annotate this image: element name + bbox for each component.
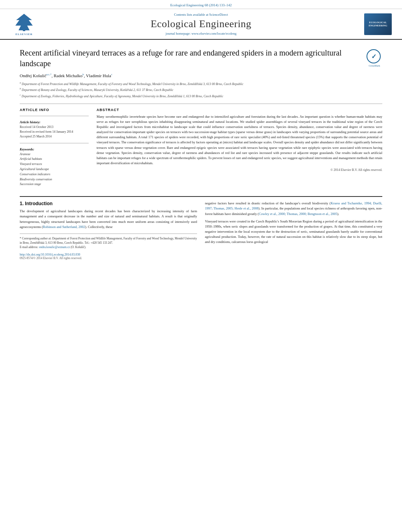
intro-right-link2[interactable]: Cowley et al., 2000; Thomas, 2000; Bengt…	[259, 212, 337, 216]
elsevier-logo: ELSEVIER	[6, 12, 42, 36]
crossmark-icon[interactable]: ✓	[367, 49, 381, 63]
email-label: E-mail address:	[20, 245, 38, 249]
author-3: Vladimír Hula	[86, 73, 111, 78]
sciencedirect-link[interactable]: ScienceDirect	[209, 13, 228, 17]
authors-line: Ondřej Košuliča,c,*, Radek Michalkob, Vl…	[20, 73, 382, 78]
history-title: Article history:	[20, 120, 89, 124]
article-history: Article history: Received 14 October 201…	[20, 120, 89, 139]
issn-text: 0925-8574/© 2014 Elsevier B.V. All right…	[20, 256, 197, 260]
divider-1	[20, 104, 382, 104]
doi-section: http://dx.doi.org/10.1016/j.ecoleng.2014…	[20, 253, 197, 260]
intro-left-text: The development of agricultural landscap…	[20, 209, 197, 230]
affil-c: c Department of Zoology, Fisheries, Hydr…	[20, 93, 382, 99]
doi-link[interactable]: http://dx.doi.org/10.1016/j.ecoleng.2014…	[20, 253, 197, 256]
keyword-6: Biodiversity conservation	[20, 177, 89, 182]
citation-text: Ecological Engineering 68 (2014) 133–142	[170, 3, 232, 7]
divider-keywords	[20, 143, 89, 143]
divider-info	[20, 116, 89, 116]
abstract-col: ABSTRACT Many xerothermophilic invertebr…	[97, 108, 382, 191]
elsevier-wordmark: ELSEVIER	[15, 33, 32, 36]
intro-right: negative factors have resulted in drasti…	[205, 201, 382, 260]
footnote-star: * Corresponding author at: Department of…	[20, 236, 197, 245]
contents-prefix: Contents lists available at	[174, 13, 208, 17]
intro-left: 1. Introduction The development of agric…	[20, 201, 197, 260]
copyright: © 2014 Elsevier B.V. All rights reserved…	[97, 168, 382, 172]
author-1-sup: a,c,*	[47, 73, 52, 76]
intro-section-number: 1. Introduction	[20, 201, 197, 206]
affil-c-text: Department of Zoology, Fisheries, Hydrob…	[22, 95, 223, 98]
keywords-title: Keywords:	[20, 147, 89, 151]
keyword-3: Vineyard terraces	[20, 162, 89, 167]
keywords-section: Keywords: Araneae Artificial habitats Vi…	[20, 147, 89, 187]
keyword-2: Artificial habitats	[20, 157, 89, 162]
abstract-text: Many xerothermophilic invertebrate speci…	[97, 114, 382, 166]
received-date: Received 14 October 2013	[20, 125, 89, 130]
homepage-url[interactable]: www.elsevier.com/locate/ecoleng	[192, 32, 236, 35]
affil-a: a Department of Forest Protection and Wi…	[20, 81, 382, 87]
author-3-sup: c	[111, 73, 112, 76]
keyword-4: Agricultural landscape	[20, 167, 89, 172]
info-abstract-section: ARTICLE INFO Article history: Received 1…	[20, 108, 382, 191]
author-2: Radek Michalko	[54, 73, 82, 78]
svg-rect-2	[23, 30, 25, 31]
affiliations: a Department of Forest Protection and Wi…	[20, 81, 382, 99]
keyword-5: Conservation indicators	[20, 172, 89, 177]
keywords-list: Araneae Artificial habitats Vineyard ter…	[20, 152, 89, 187]
introduction-section: 1. Introduction The development of agric…	[20, 201, 382, 260]
abstract-label: ABSTRACT	[97, 108, 382, 112]
intro-left-p1-end: ). Collectively, these	[85, 225, 113, 229]
eco-eng-badge-text: ECOLOGICALENGINEERING	[369, 21, 387, 28]
journal-homepage: journal homepage: www.elsevier.com/locat…	[42, 32, 360, 35]
intro-right-p1: negative factors have resulted in drasti…	[205, 201, 382, 217]
intro-right-p1-start: negative factors have resulted in drasti…	[205, 201, 331, 205]
author-2-sup: b	[82, 73, 84, 76]
email-link[interactable]: ondra.kosulic@seznam.cz	[39, 245, 70, 249]
contents-line: Contents lists available at ScienceDirec…	[42, 13, 360, 17]
eco-eng-badge: ECOLOGICALENGINEERING	[360, 13, 396, 35]
email-note: (O. Košulič).	[71, 245, 86, 249]
accepted-date: Accepted 25 March 2014	[20, 134, 89, 139]
crossmark-section: ✓ CrossMark	[367, 49, 382, 67]
article-title: Recent artificial vineyard terraces as a…	[20, 48, 363, 69]
revised-date: Received in revised form 14 January 2014	[20, 130, 89, 134]
intro-right-p1-end2: ).	[337, 212, 339, 216]
article-info-label: ARTICLE INFO	[20, 108, 89, 112]
article-info-col: ARTICLE INFO Article history: Received 1…	[20, 108, 89, 191]
affil-b-text: Department of Botany and Zoology, Facult…	[22, 88, 173, 92]
intro-right-p2: Vineyard terraces were created in the Cz…	[205, 219, 382, 245]
homepage-prefix: journal homepage:	[166, 32, 191, 35]
intro-left-p1: The development of agricultural landscap…	[20, 209, 197, 230]
article-title-section: Recent artificial vineyard terraces as a…	[20, 48, 382, 69]
crossmark-label: CrossMark	[367, 64, 382, 67]
keyword-1: Araneae	[20, 152, 89, 157]
author-1: Ondřej Košulič	[20, 73, 47, 78]
affil-a-text: Department of Forest Protection and Wild…	[22, 82, 243, 85]
footnote-section: * Corresponding author at: Department of…	[20, 234, 197, 250]
intro-left-link1[interactable]: Robinson and Sutherland, 2002	[43, 225, 85, 229]
divider-bottom	[20, 196, 382, 197]
intro-right-text: negative factors have resulted in drasti…	[205, 201, 382, 245]
main-content: Recent artificial vineyard terraces as a…	[0, 40, 402, 268]
journal-center: Contents lists available at ScienceDirec…	[42, 13, 360, 35]
elsevier-tree-icon	[12, 12, 36, 32]
journal-title: Ecological Engineering	[42, 18, 360, 30]
abstract-paragraph: Many xerothermophilic invertebrate speci…	[97, 114, 382, 166]
journal-header: ELSEVIER Contents lists available at Sci…	[0, 9, 402, 40]
citation-bar: Ecological Engineering 68 (2014) 133–142	[0, 0, 402, 9]
footnote-email: E-mail address: ondra.kosulic@seznam.cz …	[20, 245, 197, 249]
eco-eng-icon: ECOLOGICALENGINEERING	[364, 13, 392, 35]
page: Ecological Engineering 68 (2014) 133–142…	[0, 0, 402, 532]
affil-b: b Department of Botany and Zoology, Facu…	[20, 87, 382, 93]
keyword-7: Succession stage	[20, 182, 89, 187]
